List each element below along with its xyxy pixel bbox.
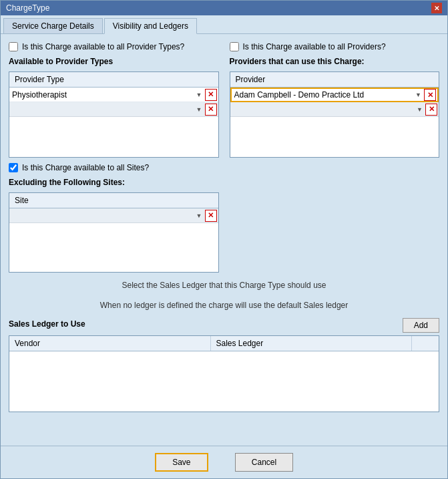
- sites-empty-area: [9, 223, 218, 263]
- main-window: ChargeType ✕ Service Charge Details Visi…: [0, 0, 448, 479]
- providers-empty-area: [230, 117, 439, 157]
- main-content: Is this Charge available to all Provider…: [1, 34, 447, 446]
- provider-type-row-empty: ▼ ✕: [9, 102, 218, 117]
- providers-list: Provider Adam Campbell - Demo Practice L…: [230, 71, 440, 158]
- provider-type-select-0[interactable]: Physiotherapist: [9, 88, 204, 102]
- provider-types-col: Is this Charge available to all Provider…: [9, 42, 219, 158]
- tab-visibility-ledgers[interactable]: Visibility and Ledgers: [104, 18, 197, 34]
- save-button[interactable]: Save: [155, 453, 208, 472]
- provider-types-empty-area: [9, 117, 218, 157]
- provider-type-row-0: Physiotherapist ▼ ✕: [9, 88, 218, 102]
- provider-types-header: Provider Type: [9, 72, 218, 88]
- provider-type-select-wrapper-0: Physiotherapist ▼: [9, 88, 204, 102]
- provider-empty-select: ▼: [230, 102, 425, 116]
- title-bar: ChargeType ✕: [1, 1, 447, 15]
- provider-row-empty: ▼ ✕: [230, 102, 439, 117]
- add-button[interactable]: Add: [403, 318, 439, 333]
- sites-checkbox-label: Is this Charge available to all Sites?: [22, 163, 149, 172]
- sites-checkbox-row: Is this Charge available to all Sites?: [9, 163, 219, 172]
- site-select[interactable]: [9, 208, 204, 222]
- remove-provider-0[interactable]: ✕: [424, 89, 436, 101]
- info-text-1: Select the Sales Ledger that this Charge…: [9, 281, 439, 290]
- sales-ledger-title: Sales Ledger to Use: [9, 319, 85, 329]
- provider-select-0[interactable]: Adam Campbell - Demo Practice Ltd: [232, 89, 423, 101]
- provider-types-title: Available to Provider Types: [9, 57, 219, 66]
- sites-header: Site: [9, 193, 218, 208]
- provider-type-select-empty[interactable]: [9, 102, 204, 116]
- close-button[interactable]: ✕: [431, 3, 442, 13]
- provider-types-checkbox-row: Is this Charge available to all Provider…: [9, 42, 219, 51]
- providers-checkbox-row: Is this Charge available to all Provider…: [230, 42, 440, 51]
- provider-types-list: Provider Type Physiotherapist ▼ ✕: [9, 71, 219, 158]
- top-row: Is this Charge available to all Provider…: [9, 42, 439, 158]
- providers-col: Is this Charge available to all Provider…: [230, 42, 440, 158]
- action-col-header: [412, 336, 439, 351]
- sales-table-header: Vendor Sales Ledger: [9, 336, 439, 351]
- provider-type-empty-select: ▼: [9, 102, 204, 116]
- tab-service-charge[interactable]: Service Charge Details: [3, 18, 103, 33]
- info-text-2: When no ledger is defined the charge wil…: [9, 301, 439, 310]
- vendor-col-header: Vendor: [9, 336, 211, 351]
- sites-checkbox[interactable]: [9, 163, 18, 172]
- provider-types-checkbox-label: Is this Charge available to all Provider…: [22, 42, 184, 51]
- remove-provider-empty[interactable]: ✕: [425, 104, 437, 116]
- providers-checkbox-label: Is this Charge available to all Provider…: [243, 42, 386, 51]
- sales-table: Vendor Sales Ledger: [9, 335, 439, 412]
- remove-provider-type-0[interactable]: ✕: [205, 89, 217, 101]
- tab-bar: Service Charge Details Visibility and Le…: [1, 15, 447, 34]
- provider-select-wrapper-0: Adam Campbell - Demo Practice Ltd ▼: [232, 89, 423, 101]
- footer: Save Cancel: [1, 446, 447, 478]
- window-title: ChargeType: [6, 3, 49, 13]
- sales-ledger-col-header: Sales Ledger: [211, 336, 413, 351]
- provider-row-0: Adam Campbell - Demo Practice Ltd ▼ ✕: [230, 88, 439, 102]
- sites-list: Site ▼ ✕: [9, 192, 219, 273]
- site-row-empty: ▼ ✕: [9, 208, 218, 223]
- sales-table-body: [9, 351, 439, 412]
- sales-ledger-section: Sales Ledger to Use Add Vendor Sales Led…: [9, 318, 439, 412]
- provider-select-empty[interactable]: [230, 102, 425, 116]
- remove-site-empty[interactable]: ✕: [205, 210, 217, 222]
- sales-ledger-header-row: Sales Ledger to Use Add: [9, 318, 439, 333]
- remove-provider-type-empty[interactable]: ✕: [205, 104, 217, 116]
- providers-title: Providers that can use this Charge:: [230, 57, 440, 66]
- providers-checkbox[interactable]: [230, 42, 239, 51]
- providers-header: Provider: [230, 72, 439, 88]
- sites-col: Is this Charge available to all Sites? E…: [9, 163, 219, 273]
- sites-right-empty: [230, 163, 440, 273]
- sites-row: Is this Charge available to all Sites? E…: [9, 163, 439, 273]
- cancel-button[interactable]: Cancel: [235, 453, 293, 472]
- site-select-wrapper: ▼: [9, 208, 204, 222]
- provider-types-checkbox[interactable]: [9, 42, 18, 51]
- sites-title: Excluding the Following Sites:: [9, 178, 219, 187]
